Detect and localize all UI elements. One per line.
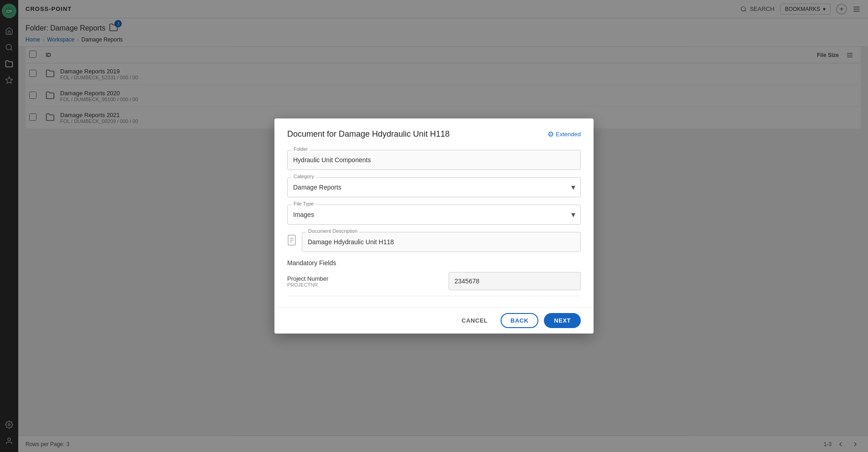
file-type-select[interactable]: Images bbox=[287, 205, 581, 225]
doc-desc-label: Document Description bbox=[306, 228, 359, 234]
file-type-select-wrapper: Images ▾ bbox=[287, 205, 581, 225]
mandatory-field-name: Project Number bbox=[287, 275, 449, 282]
extended-button[interactable]: ⚙ Extended bbox=[548, 130, 581, 139]
doc-desc-input[interactable] bbox=[302, 232, 581, 252]
folder-field: Folder bbox=[287, 150, 581, 170]
category-field-label: Category bbox=[292, 174, 316, 179]
cancel-button[interactable]: CANCEL bbox=[455, 313, 495, 328]
mandatory-row: Project Number PROJECTNR bbox=[287, 272, 581, 296]
modal-title-row: Document for Damage Hdydraulic Unit H118… bbox=[287, 129, 581, 139]
back-button[interactable]: BACK bbox=[501, 313, 539, 328]
document-file-icon bbox=[287, 235, 298, 250]
doc-desc-row: Document Description bbox=[287, 232, 581, 252]
project-number-input[interactable] bbox=[449, 272, 581, 290]
category-select[interactable]: Damage Reports bbox=[287, 177, 581, 197]
next-button[interactable]: NEXT bbox=[544, 313, 581, 328]
modal: Document for Damage Hdydraulic Unit H118… bbox=[274, 118, 594, 334]
category-select-wrapper: Damage Reports ▾ bbox=[287, 177, 581, 197]
modal-title: Document for Damage Hdydraulic Unit H118 bbox=[287, 129, 450, 139]
mandatory-section: Mandatory Fields Project Number PROJECTN… bbox=[287, 259, 581, 296]
modal-footer: CANCEL BACK NEXT bbox=[274, 307, 594, 334]
gear-icon: ⚙ bbox=[548, 130, 554, 139]
extended-label: Extended bbox=[556, 131, 581, 138]
file-type-field-label: File Type bbox=[292, 201, 315, 206]
modal-body: Document for Damage Hdydraulic Unit H118… bbox=[274, 118, 594, 307]
folder-input[interactable] bbox=[287, 150, 581, 170]
mandatory-title: Mandatory Fields bbox=[287, 259, 581, 267]
modal-overlay: Document for Damage Hdydraulic Unit H118… bbox=[0, 0, 868, 452]
folder-field-label: Folder bbox=[292, 146, 310, 152]
file-type-field: File Type Images ▾ bbox=[287, 205, 581, 225]
mandatory-field-key: PROJECTNR bbox=[287, 282, 449, 288]
category-field: Category Damage Reports ▾ bbox=[287, 177, 581, 197]
mandatory-label-col: Project Number PROJECTNR bbox=[287, 275, 449, 288]
doc-desc-field: Document Description bbox=[302, 232, 581, 252]
